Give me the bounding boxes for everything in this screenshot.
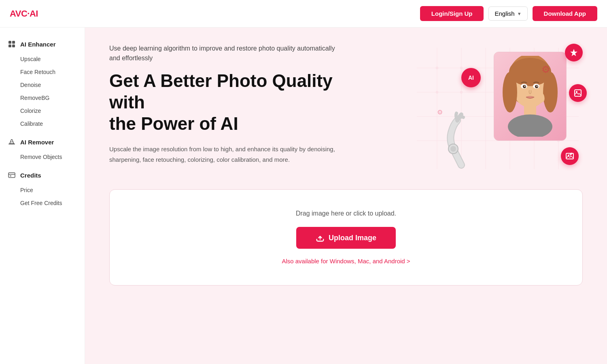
hero-title-line2: the Power of AI [109, 114, 238, 133]
header-right: Login/Sign Up English ▼ Download App [420, 6, 597, 21]
sidebar-item-get-free-credits[interactable]: Get Free Credits [0, 197, 85, 210]
float-icon-1 [565, 44, 583, 61]
sidebar-item-ai-remover[interactable]: AI Remover [0, 133, 85, 150]
svg-point-17 [436, 67, 438, 69]
svg-point-31 [508, 114, 552, 137]
star-icon [569, 48, 578, 57]
sidebar-section-ai-remover: AI Remover Remove Objects [0, 133, 85, 163]
hero-title: Get A Better Photo Quality with the Powe… [109, 70, 344, 134]
credits-label: Credits [20, 172, 41, 179]
logo[interactable]: AVC·AI [10, 8, 38, 19]
sidebar-item-ai-enhancer[interactable]: AI Enhancer [0, 36, 85, 53]
hero-subtitle: Use deep learning algorithm to improve a… [109, 44, 344, 63]
upload-area: Drag image here or click to upload. Uplo… [109, 189, 583, 286]
sidebar-section-ai-enhancer: AI Enhancer Upscale Face Retouch Denoise… [0, 36, 85, 130]
svg-point-19 [436, 91, 438, 93]
sidebar-item-upscale[interactable]: Upscale [0, 53, 85, 66]
svg-rect-6 [10, 176, 11, 176]
svg-rect-40 [575, 90, 581, 96]
sidebar-item-remove-objects[interactable]: Remove Objects [0, 150, 85, 163]
sidebar-item-price[interactable]: Price [0, 184, 85, 197]
sidebar-item-face-retouch[interactable]: Face Retouch [0, 66, 85, 78]
svg-point-20 [460, 91, 463, 93]
svg-rect-0 [8, 41, 11, 44]
gear-decoration-1: ⚙ [541, 64, 550, 75]
svg-rect-1 [12, 41, 15, 44]
gear-decoration-2: ⚙ [437, 108, 443, 116]
svg-point-28 [503, 72, 517, 112]
svg-point-37 [537, 86, 538, 87]
hero-image-area: AI [413, 44, 583, 173]
ai-enhancer-label: AI Enhancer [20, 41, 56, 48]
svg-rect-3 [12, 44, 15, 47]
header: AVC·AI Login/Sign Up English ▼ Download … [0, 0, 607, 28]
download-app-button[interactable]: Download App [533, 6, 597, 21]
hero-description: Upscale the image resolution from low to… [109, 144, 344, 165]
svg-point-18 [460, 67, 463, 69]
drag-text: Drag image here or click to upload. [126, 210, 566, 217]
portrait-svg [498, 56, 562, 137]
robot-arm-svg [429, 108, 482, 169]
logo-text: AVC·AI [10, 8, 38, 19]
ai-badge: AI [461, 68, 481, 87]
layout: AI Enhancer Upscale Face Retouch Denoise… [0, 28, 607, 364]
upload-image-button[interactable]: Upload Image [296, 227, 396, 249]
float-icon-2 [569, 84, 587, 102]
sidebar-item-calibrate[interactable]: Calibrate [0, 117, 85, 130]
svg-point-39 [450, 146, 456, 152]
image-icon [573, 89, 582, 97]
photo-edit-icon [565, 152, 574, 161]
login-button[interactable]: Login/Sign Up [420, 6, 484, 21]
svg-rect-2 [8, 44, 11, 47]
robot-arm [429, 108, 482, 169]
hero-title-line1: Get A Better Photo Quality with [109, 71, 333, 112]
ai-remover-label: AI Remover [20, 139, 54, 146]
upload-button-label: Upload Image [329, 234, 376, 242]
ai-remover-icon [7, 138, 16, 146]
sidebar-item-colorize[interactable]: Colorize [0, 104, 85, 117]
upload-icon [316, 233, 325, 242]
sidebar-section-credits: Credits Price Get Free Credits [0, 167, 85, 210]
language-selector[interactable]: English ▼ [488, 6, 527, 21]
sidebar-item-credits[interactable]: Credits [0, 167, 85, 184]
sidebar-item-removebg[interactable]: RemoveBG [0, 91, 85, 104]
float-icon-3 [561, 147, 579, 165]
hero-area: Use deep learning algorithm to improve a… [109, 44, 583, 173]
language-label: English [495, 10, 514, 17]
main-content: Use deep learning algorithm to improve a… [85, 28, 607, 364]
sidebar-item-denoise[interactable]: Denoise [0, 78, 85, 91]
hero-portrait-frame [494, 52, 567, 141]
sidebar: AI Enhancer Upscale Face Retouch Denoise… [0, 28, 85, 364]
ai-enhancer-icon [7, 40, 16, 49]
ai-badge-text: AI [468, 74, 474, 81]
svg-point-36 [524, 86, 526, 87]
also-available-link[interactable]: Also available for Windows, Mac, and And… [282, 258, 410, 265]
credits-icon [7, 171, 16, 180]
hero-text: Use deep learning algorithm to improve a… [109, 44, 344, 165]
svg-point-29 [543, 72, 558, 112]
svg-rect-5 [8, 173, 15, 178]
chevron-down-icon: ▼ [517, 11, 522, 16]
portrait-bg [494, 52, 566, 140]
